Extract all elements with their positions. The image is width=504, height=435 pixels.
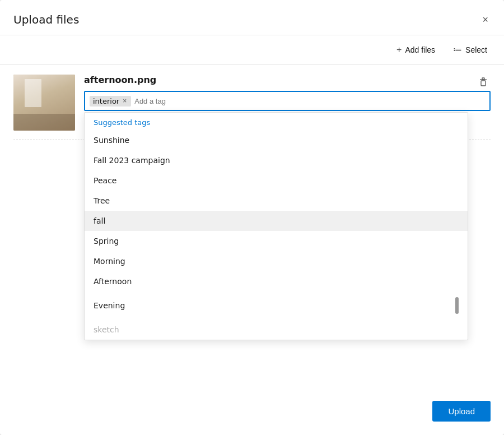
select-button[interactable]: ≔ Select <box>450 42 491 57</box>
close-button[interactable]: × <box>480 12 491 27</box>
dropdown-item[interactable]: Tree <box>85 191 468 211</box>
upload-dialog: Upload files × + Add files ≔ Select afte… <box>0 0 504 435</box>
select-label: Select <box>465 45 487 54</box>
add-files-label: Add files <box>405 45 435 54</box>
select-icon: ≔ <box>453 44 462 55</box>
dropdown-item[interactable]: Fall 2023 campaign <box>85 150 468 170</box>
dropdown-item-highlighted[interactable]: fall <box>85 211 468 231</box>
file-item: afternoon.png interior × Suggested tags … <box>13 75 491 140</box>
svg-rect-0 <box>481 81 486 86</box>
dropdown-item[interactable]: Morning <box>85 251 468 271</box>
scrollbar-thumb <box>455 297 459 314</box>
tag-chip: interior × <box>90 96 131 107</box>
dialog-header: Upload files × <box>0 0 504 35</box>
dropdown-item[interactable]: Evening <box>85 291 468 320</box>
add-files-button[interactable]: + Add files <box>393 43 438 57</box>
dropdown-item[interactable]: Peace <box>85 170 468 191</box>
file-list: afternoon.png interior × Suggested tags … <box>0 64 504 145</box>
delete-file-button[interactable] <box>476 75 491 92</box>
room-image <box>13 75 75 131</box>
dialog-title: Upload files <box>13 13 79 26</box>
upload-button[interactable]: Upload <box>432 401 491 422</box>
tag-input[interactable] <box>134 97 485 105</box>
dropdown-item[interactable]: sketch <box>85 320 468 340</box>
dropdown-item[interactable]: Spring <box>85 231 468 251</box>
file-thumbnail <box>13 75 75 131</box>
svg-rect-2 <box>482 78 484 80</box>
file-details: afternoon.png interior × Suggested tags … <box>84 75 491 111</box>
plus-icon: + <box>396 45 402 55</box>
dropdown-item[interactable]: Afternoon <box>85 271 468 291</box>
trash-icon <box>478 77 488 87</box>
file-name: afternoon.png <box>84 75 491 85</box>
toolbar: + Add files ≔ Select <box>0 35 504 64</box>
dropdown-item[interactable]: Sunshine <box>85 130 468 150</box>
dialog-footer: Upload <box>432 401 491 422</box>
tag-chip-label: interior <box>93 97 119 105</box>
tag-dropdown: Suggested tags Sunshine Fall 2023 campai… <box>84 112 468 340</box>
tag-input-wrapper[interactable]: interior × <box>84 91 491 111</box>
dropdown-section-label: Suggested tags <box>85 113 468 130</box>
tag-chip-remove-button[interactable]: × <box>122 98 128 104</box>
